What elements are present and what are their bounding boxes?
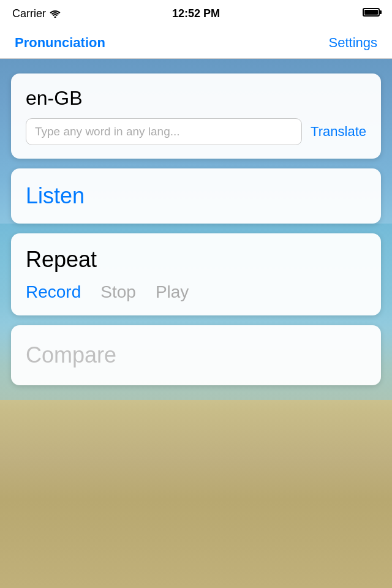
record-button[interactable]: Record [26, 282, 81, 302]
tab-pronunciation[interactable]: Pronunciation [15, 30, 105, 56]
stop-button[interactable]: Stop [100, 282, 136, 302]
svg-point-0 [55, 16, 56, 18]
compare-card: Compare [11, 325, 381, 385]
carrier-label: Carrier [12, 7, 61, 20]
language-code-label: en-GB [26, 87, 366, 110]
compare-label[interactable]: Compare [26, 342, 116, 368]
play-button[interactable]: Play [156, 282, 189, 302]
repeat-label: Repeat [26, 247, 366, 273]
listen-card: Listen [11, 168, 381, 224]
carrier-text: Carrier [12, 7, 46, 20]
main-content: en-GB Translate Listen Repeat Record Sto… [0, 59, 392, 400]
status-time: 12:52 PM [172, 7, 220, 20]
translate-button[interactable]: Translate [311, 124, 366, 140]
nav-bar: Pronunciation Settings [0, 27, 392, 59]
wifi-icon [50, 10, 61, 18]
word-input-row: Translate [26, 118, 366, 145]
repeat-controls: Record Stop Play [26, 282, 366, 302]
tab-settings[interactable]: Settings [329, 30, 378, 56]
status-bar: Carrier 12:52 PM [0, 0, 392, 27]
battery-indicator [363, 8, 380, 19]
word-input[interactable] [26, 118, 302, 145]
listen-label[interactable]: Listen [26, 183, 85, 208]
language-card: en-GB Translate [11, 74, 381, 159]
repeat-card: Repeat Record Stop Play [11, 233, 381, 315]
